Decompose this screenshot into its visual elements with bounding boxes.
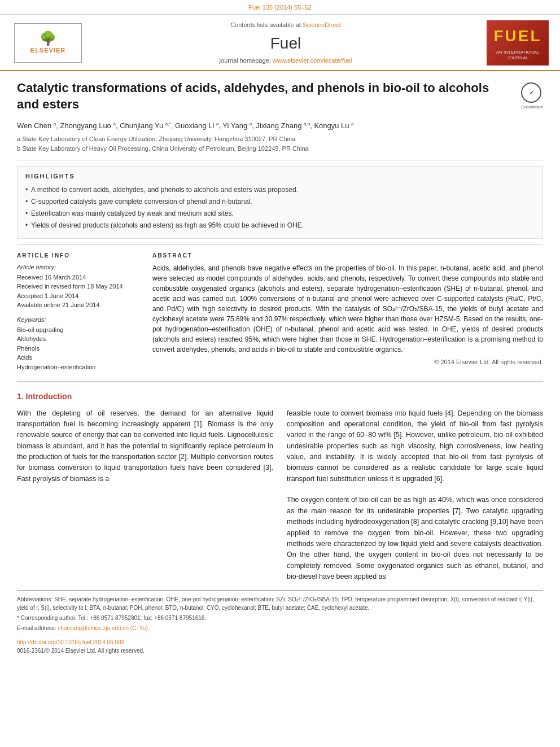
author-wen-chen: Wen Chen a bbox=[17, 121, 56, 130]
footer-links: http://dx.doi.org/10.1016/j.fuel.2014.06… bbox=[17, 638, 543, 655]
corresponding-label: * Corresponding author. bbox=[17, 615, 77, 621]
divider-1 bbox=[17, 160, 543, 160]
introduction-section: 1. Introduction With the depleting of oi… bbox=[17, 391, 543, 582]
citation-bar: Fuel 135 (2014) 55–62 bbox=[0, 0, 560, 15]
footnotes-section: Abbreviations: SHE, separate hydrogenati… bbox=[17, 590, 543, 655]
corresponding-text: Tel.: +86 0571 87952801; fax: +86 0571 8… bbox=[78, 615, 206, 621]
keywords-section: Keywords: Bio-oil upgrading Aldehydes Ph… bbox=[17, 316, 141, 372]
author-yi-yang: Yi Yang a bbox=[222, 121, 252, 130]
elsevier-text: ELSEVIER bbox=[30, 46, 65, 55]
sciencedirect-link[interactable]: ScienceDirect bbox=[303, 21, 341, 28]
crossmark-container: ✓ CrossMark bbox=[521, 82, 543, 110]
highlight-item-3: Esterification was mainly catalyzed by w… bbox=[25, 209, 535, 219]
corresponding-footnote: * Corresponding author. Tel.: +86 0571 8… bbox=[17, 614, 543, 622]
accepted-date: Accepted 1 June 2014 bbox=[17, 292, 141, 300]
received-1: Received 16 March 2014 bbox=[17, 273, 141, 282]
contents-line: Contents lists available at ScienceDirec… bbox=[96, 21, 475, 29]
elsevier-logo: 🌳 ELSEVIER bbox=[11, 23, 85, 63]
abbreviations-text: SHE, separate hydrogenation–esterificati… bbox=[17, 596, 534, 611]
elsevier-tree-icon: 🌳 bbox=[40, 32, 56, 45]
keyword-4: Acids bbox=[17, 353, 141, 362]
email-link[interactable]: chunjiang@cmee.zju.edu.cn (C. Yu). bbox=[58, 625, 149, 631]
article-info-label: ARTICLE INFO bbox=[17, 252, 141, 260]
intro-paragraph-1: With the depleting of oil reserves, the … bbox=[17, 409, 273, 483]
keyword-1: Bio-oil upgrading bbox=[17, 326, 141, 334]
issn-line: 0016-2361/© 2014 Elsevier Ltd. All right… bbox=[17, 646, 543, 655]
journal-header: 🌳 ELSEVIER Contents lists available at S… bbox=[0, 15, 560, 71]
author-guoxiang-li: Guoxiang Li a bbox=[175, 121, 218, 130]
keyword-2: Aldehydes bbox=[17, 335, 141, 343]
intro-right-text-2: The oxygen content of bio-oil can be as … bbox=[287, 495, 543, 582]
journal-homepage: journal homepage: www.elsevier.com/locat… bbox=[96, 56, 475, 65]
email-footnote: E-mail address: chunjiang@cmee.zju.edu.c… bbox=[17, 624, 543, 632]
fuel-logo-text: FUEL bbox=[493, 25, 541, 47]
intro-right-text-1: feasible route to convert biomass into l… bbox=[287, 408, 543, 485]
abbreviations-label: Abbreviations: bbox=[17, 596, 53, 602]
abstract-label: ABSTRACT bbox=[152, 252, 543, 260]
author-jixiang-zhang: Jixiang Zhang a,b bbox=[256, 121, 310, 130]
highlight-item-1: A method to convert acids, aldehydes, an… bbox=[25, 185, 535, 195]
author-zhongyang-luo: Zhongyang Luo a bbox=[60, 121, 115, 130]
fuel-logo-box: FUEL AN INTERNATIONALJOURNAL bbox=[487, 20, 549, 65]
received-revised: Received in revised form 18 May 2014 bbox=[17, 282, 141, 291]
intro-right-col: feasible route to convert biomass into l… bbox=[287, 408, 543, 583]
citation-text: Fuel 135 (2014) 55–62 bbox=[248, 4, 311, 11]
abstract-text: Acids, aldehydes, and phenols have negat… bbox=[152, 263, 543, 355]
doi-line: http://dx.doi.org/10.1016/j.fuel.2014.06… bbox=[17, 638, 543, 646]
authors-line: Wen Chen a, Zhongyang Luo a, Chunjiang Y… bbox=[17, 121, 543, 132]
highlights-title: HIGHLIGHTS bbox=[25, 172, 535, 181]
article-content: ✓ CrossMark Catalytic transformations of… bbox=[0, 71, 560, 664]
homepage-link[interactable]: www.elsevier.com/locate/fuel bbox=[273, 57, 352, 64]
intro-left-text: With the depleting of oil reserves, the … bbox=[17, 408, 273, 485]
keyword-3: Phenols bbox=[17, 344, 141, 353]
keywords-label: Keywords: bbox=[17, 316, 141, 324]
page: Fuel 135 (2014) 55–62 🌳 ELSEVIER Content… bbox=[0, 0, 560, 747]
available-online: Available online 21 June 2014 bbox=[17, 301, 141, 309]
intro-left-col: With the depleting of oil reserves, the … bbox=[17, 408, 273, 583]
intro-two-col: With the depleting of oil reserves, the … bbox=[17, 408, 543, 583]
crossmark-icon: ✓ bbox=[521, 82, 541, 103]
author-kongyu-lu: Kongyu Lu a bbox=[314, 121, 353, 130]
divider-2 bbox=[17, 244, 543, 245]
elsevier-logo-box: 🌳 ELSEVIER bbox=[14, 23, 82, 63]
highlight-item-4: Yields of desired products (alcohols and… bbox=[25, 221, 535, 230]
article-history: Article history: Received 16 March 2014 … bbox=[17, 263, 141, 310]
doi-link[interactable]: http://dx.doi.org/10.1016/j.fuel.2014.06… bbox=[17, 639, 124, 645]
copyright-line: © 2014 Elsevier Ltd. All rights reserved… bbox=[152, 358, 543, 366]
highlight-item-2: C-supported catalysts gave complete conv… bbox=[25, 197, 535, 207]
article-title: Catalytic transformations of acids, alde… bbox=[17, 80, 543, 112]
history-label: Article history: bbox=[17, 263, 141, 272]
divider-3 bbox=[17, 381, 543, 382]
affiliation-a: a State Key Laboratory of Clean Energy U… bbox=[17, 134, 543, 144]
highlights-section: HIGHLIGHTS A method to convert acids, al… bbox=[17, 166, 543, 239]
intro-heading: 1. Introduction bbox=[17, 391, 543, 403]
affiliations: a State Key Laboratory of Clean Energy U… bbox=[17, 134, 543, 153]
homepage-label: journal homepage: bbox=[220, 57, 273, 64]
abbreviations-footnote: Abbreviations: SHE, separate hydrogenati… bbox=[17, 595, 543, 612]
email-label: E-mail address: bbox=[17, 625, 56, 631]
info-abstract-cols: ARTICLE INFO Article history: Received 1… bbox=[17, 252, 543, 372]
journal-title: Fuel bbox=[96, 32, 475, 54]
keyword-5: Hydrogenation–esterification bbox=[17, 363, 141, 372]
affiliation-b: b State Key Laboratory of Heavy Oil Proc… bbox=[17, 144, 543, 154]
abstract-col: ABSTRACT Acids, aldehydes, and phenols h… bbox=[152, 252, 543, 372]
crossmark-label: CrossMark bbox=[521, 104, 543, 110]
fuel-logo-sub: AN INTERNATIONALJOURNAL bbox=[496, 50, 540, 62]
journal-center: Contents lists available at ScienceDirec… bbox=[85, 21, 487, 65]
article-info-col: ARTICLE INFO Article history: Received 1… bbox=[17, 252, 141, 372]
author-chunjiang-yu: Chunjiang Yu a,* bbox=[120, 121, 171, 130]
contents-label: Contents lists available at bbox=[230, 21, 301, 28]
